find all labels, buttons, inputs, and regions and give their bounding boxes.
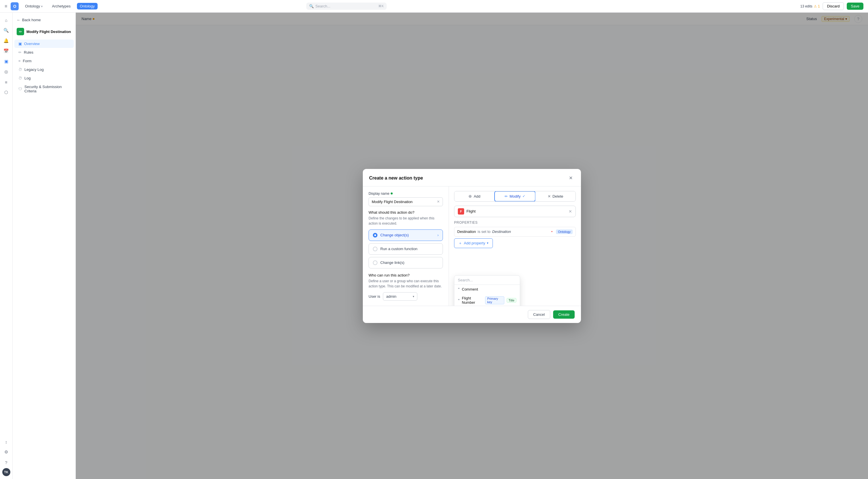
- prop-destination-meta: is set to: [477, 230, 491, 234]
- what-section-label: What should this action do?: [369, 210, 443, 214]
- sidebar-graph-icon[interactable]: ◎: [2, 67, 11, 76]
- nav-form[interactable]: ≡ Form: [14, 57, 74, 65]
- user-is-label: User is: [369, 294, 380, 299]
- sidebar-help-icon[interactable]: ?: [2, 458, 11, 467]
- radio-change-links: [373, 261, 377, 265]
- modal-title: Create a new action type: [369, 175, 423, 181]
- save-button[interactable]: Save: [847, 3, 863, 10]
- modal-body: Display name ✕ What should this action d…: [363, 186, 581, 306]
- tab-delete[interactable]: ✕ Delete: [535, 191, 576, 201]
- rules-label: Rules: [24, 50, 33, 55]
- properties-label: Properties: [454, 220, 576, 225]
- action-tabs: ⊕ Add ✏ Modify ✓ ✕ Delete: [454, 191, 576, 202]
- sidebar-list-icon[interactable]: ≡: [2, 77, 11, 87]
- tab-add-label: Add: [474, 194, 480, 199]
- create-button[interactable]: Create: [553, 310, 575, 319]
- nav-ontology-active[interactable]: Ontology: [77, 3, 98, 9]
- left-panel: ← Back home ✏ Modify Flight Destination …: [12, 12, 76, 479]
- modify-icon: ✏: [505, 194, 508, 199]
- legacy-log-icon: ⏱: [19, 67, 22, 72]
- main-area: Name Status Experimental ▾ ? Create a ne…: [76, 12, 868, 479]
- sidebar-calendar-icon[interactable]: 📅: [2, 46, 11, 56]
- user-value: admin: [386, 294, 396, 299]
- nav-security[interactable]: 🛡 Security & Submission Criteria: [14, 82, 74, 95]
- object-type-icon: F: [458, 208, 464, 214]
- action-change-links[interactable]: Change link(s): [369, 257, 443, 269]
- nav-ontology-dropdown[interactable]: Ontology ▾: [22, 3, 45, 9]
- custom-function-label: Run a custom function: [380, 247, 417, 251]
- discard-button[interactable]: Discard: [823, 2, 844, 10]
- page-title: Modify Flight Destination: [26, 30, 71, 34]
- form-icon: ≡: [19, 59, 21, 63]
- overview-icon: ▣: [19, 42, 22, 46]
- quote-icon-flight-number: ❝: [458, 298, 460, 302]
- sidebar-search-icon[interactable]: 🔍: [2, 26, 11, 35]
- sidebar-home-icon[interactable]: ⌂: [2, 15, 11, 25]
- modal-header: Create a new action type ✕: [363, 169, 581, 186]
- nav-legacy-log[interactable]: ⏱ Legacy Log: [14, 65, 74, 74]
- form-label: Form: [23, 59, 32, 63]
- radio-change-objects: [373, 233, 377, 238]
- change-objects-label: Change object(s): [380, 233, 409, 237]
- security-label: Security & Submission Criteria: [24, 84, 70, 93]
- nav-overview[interactable]: ▣ Overview: [14, 40, 74, 48]
- sidebar-user-avatar[interactable]: TK: [2, 468, 10, 476]
- modal-close-button[interactable]: ✕: [567, 174, 575, 182]
- dropdown-search-input[interactable]: [458, 278, 516, 282]
- nav-log[interactable]: ⏱ Log: [14, 74, 74, 82]
- icon-sidebar: ⌂ 🔍 🔔 📅 ▣ ◎ ≡ ⬡ ↕ ⚙ ? TK: [0, 12, 12, 479]
- tab-add[interactable]: ⊕ Add: [454, 191, 495, 201]
- security-icon: 🛡: [19, 87, 22, 91]
- sidebar-settings-icon[interactable]: ⚙: [2, 447, 11, 457]
- modal-footer: Cancel Create: [363, 306, 581, 323]
- cancel-button[interactable]: Cancel: [528, 310, 550, 319]
- add-icon: ⊕: [468, 194, 472, 199]
- who-section-desc: Define a user or a group who can execute…: [369, 278, 443, 289]
- dropdown-search-wrapper: [454, 276, 520, 285]
- object-remove-icon[interactable]: ✕: [569, 209, 572, 214]
- object-selector: F Flight ✕: [454, 206, 576, 217]
- modal-overlay: Create a new action type ✕ Display name …: [76, 12, 868, 479]
- log-label: Log: [24, 76, 31, 80]
- action-custom-function[interactable]: Run a custom function: [369, 243, 443, 255]
- nav-archetypes[interactable]: Archetypes: [49, 3, 73, 9]
- user-select-dropdown[interactable]: admin ▾: [383, 292, 417, 301]
- nav-rules[interactable]: ✏ Rules: [14, 48, 74, 57]
- back-home-label: Back home: [22, 18, 41, 22]
- action-chevron-icon: ›: [437, 233, 439, 237]
- item-comment-label: Comment: [462, 287, 478, 292]
- property-row-destination: Destination is set to Destination • Onto…: [454, 227, 576, 237]
- what-section-desc: Define the changes to be applied when th…: [369, 216, 443, 226]
- tab-modify-label: Modify: [509, 194, 520, 199]
- menu-icon[interactable]: ≡: [5, 4, 7, 9]
- dropdown-arrow-icon: ▾: [487, 241, 489, 245]
- app-logo[interactable]: O: [11, 2, 19, 10]
- main-layout: ⌂ 🔍 🔔 📅 ▣ ◎ ≡ ⬡ ↕ ⚙ ? TK ← Back home ✏ M…: [0, 12, 868, 479]
- item-flight-number-label: Flight Number: [462, 296, 483, 305]
- clear-input-icon[interactable]: ✕: [437, 200, 440, 204]
- display-name-label: Display name: [369, 192, 443, 196]
- who-section: Who can run this action? Define a user o…: [369, 273, 443, 301]
- display-name-input-wrapper[interactable]: ✕: [369, 197, 443, 206]
- legacy-log-label: Legacy Log: [24, 67, 43, 72]
- action-change-objects[interactable]: Change object(s) ›: [369, 230, 443, 241]
- sidebar-ontology-icon[interactable]: ▣: [2, 57, 11, 66]
- search-icon: 🔍: [309, 4, 314, 8]
- tab-delete-label: Delete: [553, 194, 563, 199]
- dropdown-item-comment[interactable]: ❝ Comment: [454, 285, 520, 294]
- who-section-label: Who can run this action?: [369, 273, 443, 277]
- radio-custom-function: [373, 247, 377, 251]
- user-select-row: User is admin ▾: [369, 292, 443, 301]
- prop-required-asterisk: •: [551, 230, 553, 234]
- global-search[interactable]: 🔍 Search... ⌘K: [306, 3, 386, 10]
- sidebar-hex-icon[interactable]: ⬡: [2, 88, 11, 97]
- dropdown-item-flight-number[interactable]: ❝ Flight Number Primary key Title: [454, 294, 520, 306]
- back-home-link[interactable]: ← Back home: [12, 16, 75, 24]
- delete-icon: ✕: [548, 194, 551, 199]
- display-name-field[interactable]: [372, 200, 437, 204]
- sidebar-notifications-icon[interactable]: 🔔: [2, 36, 11, 45]
- tab-modify[interactable]: ✏ Modify ✓: [494, 191, 536, 202]
- add-property-button[interactable]: ＋ Add property ▾: [454, 238, 493, 248]
- search-placeholder: Search...: [315, 4, 330, 8]
- sidebar-transfer-icon[interactable]: ↕: [2, 437, 11, 446]
